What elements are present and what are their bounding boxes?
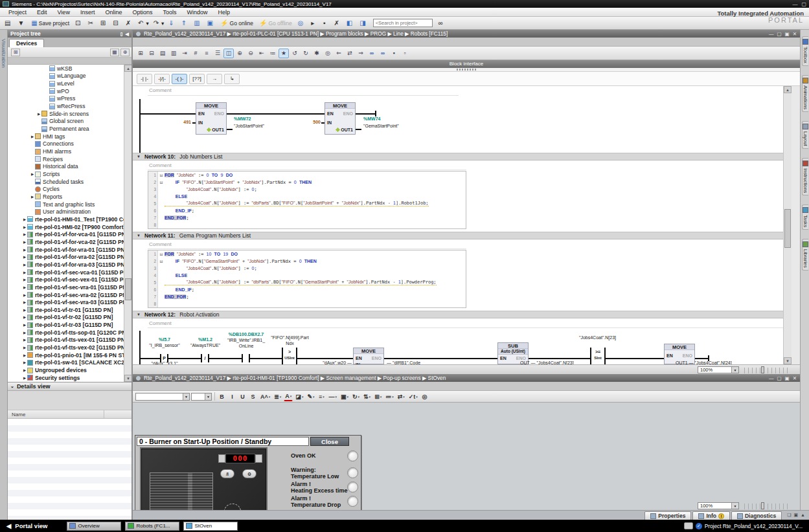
task-card-tab[interactable]: Toolbox [802, 36, 808, 66]
scroll-down-icon[interactable]: ▼ [784, 357, 792, 364]
operand-tag[interactable]: "IRB_Write".IRB1_ [223, 338, 269, 342]
delete-icon[interactable]: ✗ [124, 18, 135, 28]
monitor-now-icon[interactable]: ∞ [378, 49, 388, 58]
snapshot-icon[interactable]: ◎ [323, 49, 333, 58]
code-line[interactable]: 1 ⊟ FOR "JobNdx" := 0 TO 9 DO [148, 172, 466, 179]
menu-item[interactable]: Help [213, 8, 234, 16]
menu-item[interactable]: Project [4, 8, 31, 16]
goto-network-icon[interactable]: ⇥ [179, 49, 190, 58]
tree-item[interactable]: ▶ rte-pol-01-sw-01 [SCALANCE XC216] [8, 359, 131, 367]
plc-zoom-slider[interactable] [744, 368, 791, 373]
move-in-constant[interactable]: 500 [296, 120, 321, 124]
task-card-tab[interactable]: Animations [802, 75, 808, 112]
italic-icon[interactable]: I [228, 392, 237, 401]
close-all-networks-icon[interactable]: ▥ [168, 49, 179, 58]
code-line[interactable]: 4 ELSE [148, 193, 466, 200]
tree-item[interactable]: ▶ Slide-in screens [8, 110, 131, 118]
monitor-on-off-icon[interactable]: ∞ [367, 49, 377, 58]
accessible-devices-icon[interactable]: ◎ [296, 18, 308, 28]
tree-item[interactable]: ▶ rte-pol-01-vf-for-vca-02 [G115D PN] [8, 238, 131, 246]
task-card-tab[interactable]: Instructions [802, 158, 808, 195]
code-line[interactable]: 2 ⊟ IF "FIFO".N["JobStartPoint" + "JobNd… [148, 179, 466, 186]
expand-arrow-icon[interactable]: ▶ [22, 308, 27, 312]
hardware-config-icon[interactable]: ▥ [192, 18, 204, 28]
close-button[interactable]: Close [310, 437, 349, 446]
expand-arrow-icon[interactable]: ▶ [30, 135, 35, 139]
tree-item[interactable]: ▶ Ungrouped devices [8, 366, 131, 374]
call-environment-icon[interactable]: ▪ [389, 49, 399, 58]
oven-ok-lamp[interactable] [347, 450, 358, 461]
move-in-constant[interactable]: 491 [166, 120, 191, 124]
fold-icon[interactable]: ⊟ [158, 173, 165, 177]
left-collapsed-panel[interactable]: Visualization [0, 30, 8, 520]
open-all-networks-icon[interactable]: ▤ [157, 49, 168, 58]
tree-item[interactable]: Historical data [8, 163, 131, 171]
minimize-pane-button[interactable]: — [769, 375, 774, 381]
tree-item[interactable]: wKSB [8, 65, 131, 72]
redo-icon[interactable]: ↷▾ [152, 18, 166, 28]
network-comment[interactable]: Comment [149, 162, 172, 168]
plc-vertical-scrollbar[interactable]: ▲ ▼ [783, 86, 792, 364]
collapse-network-icon[interactable]: ▼ [137, 313, 141, 316]
expand-arrow-icon[interactable]: ▶ [22, 360, 27, 364]
warning-temp-low-lamp[interactable] [347, 467, 358, 478]
taskbar-window-button[interactable]: StOven [183, 522, 238, 531]
save-project-button[interactable]: ▦Save project [29, 18, 73, 28]
compile-icon[interactable]: ✱ [312, 49, 322, 58]
scrollbar-thumb[interactable] [784, 209, 791, 248]
hmi-zoom-slider[interactable] [744, 504, 791, 509]
expand-arrow-icon[interactable]: ▶ [22, 323, 27, 327]
code-line[interactable]: 5 "Jobs4Coat".N["JobNdx"] := "dbParts".B… [148, 279, 466, 286]
order-objects-icon[interactable]: ⇄▾ [396, 392, 406, 401]
tree-item[interactable]: Permanent area [8, 125, 131, 133]
menu-item[interactable]: Edit [32, 8, 52, 16]
contact-no[interactable] [242, 354, 250, 362]
tree-item[interactable]: ▶ rte-pol-01-vf-sec-vra-01 [G115D PN] [8, 283, 131, 291]
go-offline-button[interactable]: ⚡Go offline [257, 18, 295, 28]
compare-block[interactable]: >USInt [282, 348, 297, 364]
maximize-pane-button[interactable]: ▣ [785, 375, 790, 381]
menu-item[interactable]: Insert [76, 8, 100, 16]
operand-address[interactable]: %DB100.DBX2.7 [227, 332, 266, 337]
tree-item[interactable]: Cycles [8, 186, 131, 194]
font-size-select[interactable]: ▼ [191, 393, 212, 401]
favorites-toggle-icon[interactable]: ★ [279, 49, 289, 58]
operand-tag[interactable]: "dAux".w20 — [315, 360, 352, 364]
device-info-icon[interactable]: ▣ [205, 18, 218, 28]
background-color-icon[interactable]: ◪▾ [294, 392, 304, 401]
code-line[interactable]: 3 "Jobs4Coat".N["JobNdx"] := 0; [148, 265, 466, 272]
border-color-icon[interactable]: ✎▾ [306, 392, 315, 401]
popup-screen-stoven[interactable]: 0 - Burner on Start-Up Position / Standb… [135, 435, 361, 510]
tree-item[interactable]: ▶ rte-pol-01-vf-tts-vex-01 [G115D PN] [8, 337, 131, 344]
tree-item[interactable]: ▶ rte-pol-01-vf-for-vra-03 [G115D PN] [8, 261, 131, 269]
column-view-icon[interactable]: ▦ [110, 49, 119, 56]
expand-up-icon[interactable]: ▲ [801, 513, 805, 518]
dock-icon[interactable]: ❏ [787, 513, 791, 518]
alarm-heating-lamp[interactable] [347, 482, 358, 493]
operand-tag[interactable]: OnLine [223, 344, 269, 348]
task-card-tab[interactable]: Tasks [802, 205, 808, 230]
tree-item[interactable]: wLanguage [8, 72, 131, 80]
operand-address[interactable]: %M1.2 [190, 337, 221, 342]
menu-item[interactable]: Tools [158, 8, 181, 16]
open-branch-icon[interactable]: → [207, 74, 222, 84]
cross-reference-icon[interactable]: ✗ [332, 18, 343, 28]
pin-icon[interactable] [136, 32, 141, 36]
expand-arrow-icon[interactable]: ▶ [22, 300, 27, 304]
operand-tag[interactable]: "AlwaysTRUE" [185, 343, 226, 348]
code-line[interactable]: 6 END_IF; [148, 286, 466, 293]
code-line[interactable]: 3 "Jobs4Coat".N["JobNdx"] := 0; [148, 186, 466, 193]
insert-coil-icon[interactable]: -( )- [172, 74, 187, 84]
tree-item[interactable]: ▶ rte-pol-01-vf-tts-sop-01 [G120C PN] [8, 329, 131, 337]
operand-tag[interactable]: OUT — "Jobs4Coat".N[23] [520, 360, 591, 364]
operand-tag[interactable]: "dAux"."x3.1" [138, 361, 191, 364]
paste-icon[interactable]: ⊟ [111, 18, 122, 28]
code-line[interactable]: 7 END_FOR; [148, 214, 466, 221]
network-header[interactable]: ▼ Network 10:Job Numbers List [133, 153, 792, 161]
tree-item[interactable]: ▶ rte-pol-01-vf-sec-vra-02 [G115D PN] [8, 291, 131, 299]
block-interface-splitter[interactable]: Block interface [133, 60, 800, 68]
insert-nc-contact-icon[interactable]: -|/|- [154, 74, 170, 84]
tree-item[interactable]: User administration [8, 208, 131, 216]
font-family-select[interactable]: ▼ [135, 393, 190, 401]
menu-item[interactable]: Options [128, 8, 157, 16]
